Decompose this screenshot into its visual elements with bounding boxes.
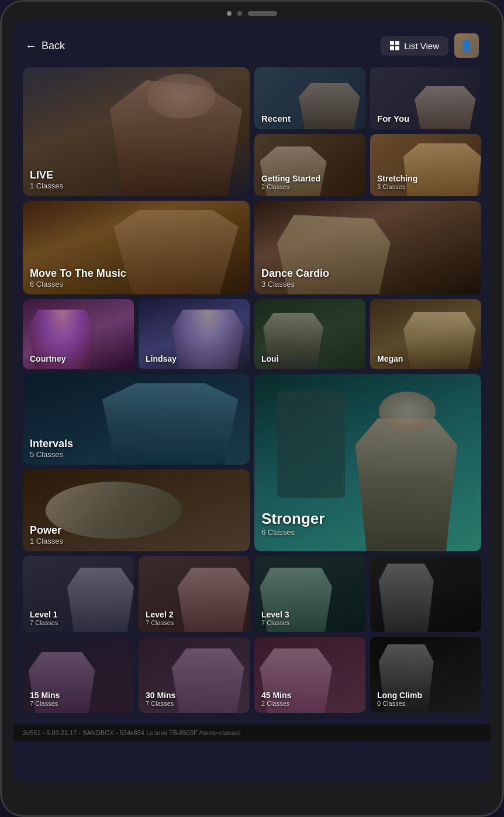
move-to-music-subtitle: 6 Classes (30, 280, 126, 289)
mins30-title: 30 Mins (146, 691, 175, 700)
mins15-card[interactable]: 15 Mins 7 Classes (23, 637, 134, 713)
back-label: Back (42, 40, 65, 52)
for-you-title: For You (377, 114, 409, 123)
mins30-card[interactable]: 30 Mins 7 Classes (139, 637, 250, 713)
list-view-label: List View (404, 41, 439, 51)
level2-label: Level 2 7 Classes (139, 604, 181, 632)
dance-cardio-subtitle: 3 Classes (261, 280, 329, 289)
stretching-title: Stretching (377, 174, 417, 183)
levels-row: Level 1 7 Classes Level 2 7 Classes Leve… (23, 556, 481, 632)
mins45-subtitle: 2 Classes (261, 700, 291, 707)
lindsay-label: Lindsay (139, 348, 184, 369)
level2-card[interactable]: Level 2 7 Classes (139, 556, 250, 632)
mins45-card[interactable]: 45 Mins 2 Classes (254, 637, 365, 713)
level2-subtitle: 7 Classes (146, 619, 174, 626)
category-grid: LIVE 1 Classes Recent (13, 67, 491, 725)
dance-cardio-card[interactable]: Dance Cardio 3 Classes (254, 201, 481, 294)
megan-title: Megan (377, 354, 403, 363)
long-climb-card-1[interactable] (370, 556, 481, 632)
duration-row: 15 Mins 7 Classes 30 Mins 7 Classes 45 M… (23, 637, 481, 713)
stretching-label: Stretching 3 Classes (370, 168, 424, 196)
lindsay-title: Lindsay (146, 354, 177, 363)
move-to-music-title: Move To The Music (30, 267, 126, 280)
level2-title: Level 2 (146, 610, 174, 619)
live-label: LIVE 1 Classes (23, 163, 70, 196)
for-you-card[interactable]: For You (370, 67, 481, 129)
for-you-label: For You (370, 108, 416, 129)
level1-label: Level 1 7 Classes (23, 604, 65, 632)
long-climb-2-label: Long Climb 0 Classes (370, 685, 429, 713)
list-view-button[interactable]: List View (381, 36, 448, 56)
debug-bar: 2e551 - 5.09.21.17 - SANDBOX - 534x854 L… (13, 725, 491, 741)
mins45-title: 45 Mins (261, 691, 291, 700)
stronger-subtitle: 6 Classes (261, 528, 325, 537)
app-container: ← Back List View 👤 (13, 22, 491, 782)
back-arrow-icon: ← (25, 39, 37, 53)
header: ← Back List View 👤 (13, 22, 491, 67)
courtney-title: Courtney (30, 354, 65, 363)
indicator-dot (227, 11, 232, 16)
left-column: Intervals 5 Classes Power 1 Classes (23, 374, 250, 551)
level1-subtitle: 7 Classes (30, 619, 58, 626)
live-title: LIVE (30, 169, 63, 181)
back-button[interactable]: ← Back (25, 39, 65, 53)
mins30-label: 30 Mins 7 Classes (139, 685, 182, 713)
megan-label: Megan (370, 348, 410, 369)
dance-cardio-title: Dance Cardio (261, 267, 329, 280)
getting-started-subtitle: 2 Classes (261, 183, 320, 190)
courtney-card[interactable]: Courtney (23, 299, 134, 369)
intervals-card[interactable]: Intervals 5 Classes (23, 374, 250, 465)
row-2: Move To The Music 6 Classes Dance Cardio… (23, 201, 481, 294)
stronger-title: Stronger (261, 510, 325, 528)
live-subtitle: 1 Classes (30, 181, 63, 190)
recent-label: Recent (254, 108, 298, 129)
megan-card[interactable]: Megan (370, 299, 481, 369)
long-climb-card-2[interactable]: Long Climb 0 Classes (370, 637, 481, 713)
stretching-card[interactable]: Stretching 3 Classes (370, 134, 481, 196)
intervals-subtitle: 5 Classes (30, 450, 73, 459)
stretching-subtitle: 3 Classes (377, 183, 417, 190)
row-1: LIVE 1 Classes Recent (23, 67, 481, 196)
move-to-music-card[interactable]: Move To The Music 6 Classes (23, 201, 250, 294)
mins15-label: 15 Mins 7 Classes (23, 685, 67, 713)
user-avatar[interactable]: 👤 (454, 33, 479, 58)
right-small-grid: Recent For You (254, 67, 481, 196)
move-to-music-label: Move To The Music 6 Classes (23, 262, 133, 294)
intervals-stronger-row: Intervals 5 Classes Power 1 Classes (23, 374, 481, 551)
live-card[interactable]: LIVE 1 Classes (23, 67, 250, 196)
power-label: Power 1 Classes (23, 519, 70, 551)
header-right: List View 👤 (381, 33, 479, 58)
getting-started-title: Getting Started (261, 174, 320, 183)
stronger-label: Stronger 6 Classes (254, 504, 332, 543)
recent-title: Recent (261, 114, 291, 123)
recent-card[interactable]: Recent (254, 67, 365, 129)
level1-title: Level 1 (30, 610, 58, 619)
getting-started-card[interactable]: Getting Started 2 Classes (254, 134, 365, 196)
mins15-subtitle: 7 Classes (30, 700, 60, 707)
avatar-image: 👤 (454, 33, 479, 58)
intervals-label: Intervals 5 Classes (23, 432, 80, 465)
mins45-label: 45 Mins 2 Classes (254, 685, 298, 713)
level3-card[interactable]: Level 3 7 Classes (254, 556, 365, 632)
getting-started-label: Getting Started 2 Classes (254, 168, 327, 196)
debug-text: 2e551 - 5.09.21.17 - SANDBOX - 534x854 L… (23, 729, 241, 736)
indicator-dot (237, 11, 242, 16)
power-card[interactable]: Power 1 Classes (23, 469, 250, 551)
dance-cardio-label: Dance Cardio 3 Classes (254, 262, 336, 294)
mins15-title: 15 Mins (30, 691, 60, 700)
device-top-bar (2, 2, 502, 22)
loui-label: Loui (254, 348, 286, 369)
level3-title: Level 3 (261, 610, 289, 619)
courtney-label: Courtney (23, 348, 73, 369)
long-climb-2-subtitle: 0 Classes (377, 700, 422, 707)
level1-card[interactable]: Level 1 7 Classes (23, 556, 134, 632)
level3-label: Level 3 7 Classes (254, 604, 296, 632)
loui-title: Loui (261, 354, 279, 363)
long-climb-2-title: Long Climb (377, 691, 422, 700)
indicator-pill (248, 11, 277, 16)
stronger-card[interactable]: Stronger 6 Classes (254, 374, 481, 551)
loui-card[interactable]: Loui (254, 299, 365, 369)
grid-icon (390, 41, 399, 50)
intervals-title: Intervals (30, 438, 73, 450)
lindsay-card[interactable]: Lindsay (139, 299, 250, 369)
